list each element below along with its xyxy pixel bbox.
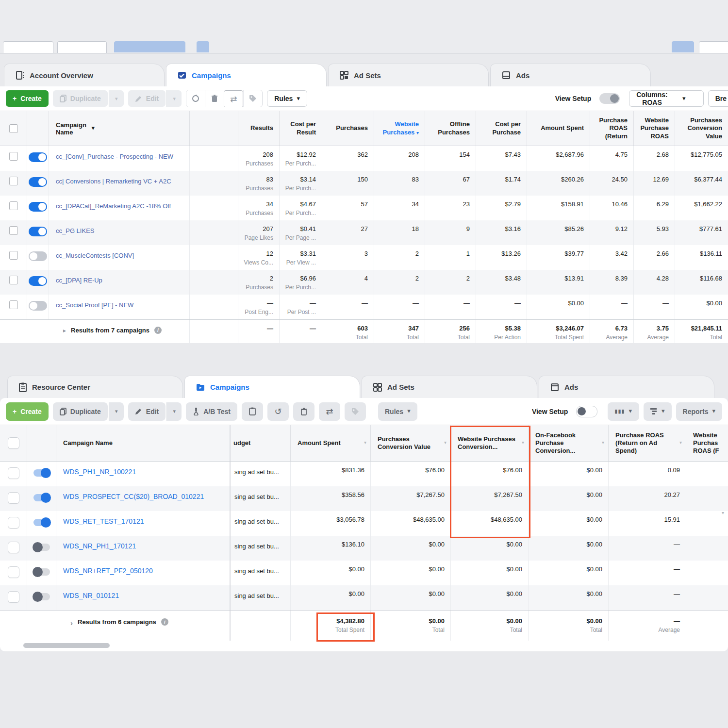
breakdown-button[interactable]: Bre xyxy=(708,90,728,107)
tab-account-overview[interactable]: Account Overview xyxy=(4,64,165,86)
col-purchase-roas[interactable]: Purchase ROAS (Return on Ad Spend)▾ xyxy=(608,425,686,461)
col-website-purchases[interactable]: Website Purchases ▾ xyxy=(374,111,425,146)
campaign-link[interactable]: WDS_NR_PH1_170121 xyxy=(63,542,136,550)
col-website-purchases-conversion[interactable]: Website Purchases Conversion...▾ xyxy=(450,425,528,461)
campaign-toggle[interactable] xyxy=(27,146,49,171)
swap-columns-icon[interactable]: ⇄ xyxy=(224,90,243,107)
cropped-button[interactable] xyxy=(672,41,694,52)
col-purchases[interactable]: Purchases xyxy=(322,111,374,146)
select-all-checkbox[interactable] xyxy=(0,111,27,146)
campaign-toggle[interactable] xyxy=(27,536,56,561)
campaign-link[interactable]: WDS_NR+RET_PF2_050120 xyxy=(63,567,153,575)
row-checkbox[interactable] xyxy=(0,536,27,561)
view-setup-toggle[interactable] xyxy=(576,406,597,417)
campaign-link[interactable]: WDS_PH1_NR_100221 xyxy=(63,468,136,476)
tab-ads[interactable]: Ads xyxy=(539,376,714,398)
campaign-link[interactable]: cc_MuscleContests [CONV] xyxy=(56,252,134,259)
row-checkbox[interactable] xyxy=(0,171,27,196)
row-checkbox[interactable] xyxy=(0,270,27,295)
col-budget[interactable]: udget xyxy=(231,425,290,461)
row-checkbox[interactable] xyxy=(0,511,27,536)
campaign-link[interactable]: cc_[DPA] RE-Up xyxy=(56,277,102,284)
duplicate-button[interactable]: Duplicate xyxy=(53,90,108,107)
tab-ad-sets[interactable]: Ad Sets xyxy=(362,376,537,398)
campaign-link[interactable]: WDS_NR_010121 xyxy=(63,592,119,599)
campaign-link[interactable]: cc_[Conv]_Purchase - Prospecting - NEW xyxy=(56,153,173,160)
row-checkbox[interactable] xyxy=(0,196,27,220)
tab-resource-center[interactable]: Resource Center xyxy=(7,376,183,398)
horizontal-scrollbar[interactable] xyxy=(0,641,728,651)
campaign-toggle[interactable] xyxy=(27,196,49,220)
row-checkbox[interactable] xyxy=(0,146,27,171)
scrollbar-thumb[interactable] xyxy=(23,643,110,648)
tab-ad-sets[interactable]: Ad Sets xyxy=(328,64,489,86)
campaign-toggle[interactable] xyxy=(27,220,49,245)
campaign-toggle[interactable] xyxy=(27,561,56,585)
tab-campaigns[interactable]: Campaigns xyxy=(184,376,360,398)
campaign-toggle[interactable] xyxy=(27,270,49,295)
create-button[interactable]: +Create xyxy=(6,402,49,421)
info-icon[interactable]: i xyxy=(161,618,168,626)
duplicate-caret-button[interactable]: ▾ xyxy=(109,90,124,107)
tag-icon[interactable] xyxy=(345,402,366,421)
col-website-purchase-roas[interactable]: Website Purchas ROAS (F xyxy=(686,425,727,461)
col-amount-spent[interactable]: Amount Spent xyxy=(527,111,590,146)
chevron-right-icon[interactable]: ▸ xyxy=(63,327,66,334)
campaign-toggle[interactable] xyxy=(27,295,49,319)
campaign-link[interactable]: cc_[DPACat]_ReMarketing A2C -18% Off xyxy=(56,202,171,210)
col-purchase-roas[interactable]: Purchase ROAS (Return xyxy=(590,111,633,146)
campaign-toggle[interactable] xyxy=(27,171,49,196)
edit-button[interactable]: Edit xyxy=(128,402,165,421)
campaign-link[interactable]: WDS_RET_TEST_170121 xyxy=(63,517,144,525)
row-checkbox[interactable] xyxy=(0,462,27,486)
breakdown-button[interactable]: ▾ xyxy=(644,402,672,421)
row-checkbox[interactable] xyxy=(0,295,27,319)
campaign-link[interactable]: cc_Social Proof [PE] - NEW xyxy=(56,301,133,309)
cropped-input[interactable] xyxy=(57,41,107,53)
info-icon[interactable]: i xyxy=(154,327,162,334)
col-offline-purchases[interactable]: Offline Purchases xyxy=(425,111,476,146)
reports-button[interactable]: Reports▾ xyxy=(676,402,722,421)
select-all-checkbox[interactable] xyxy=(0,425,27,461)
campaign-toggle[interactable] xyxy=(27,585,56,610)
undo-icon[interactable]: ↺ xyxy=(267,402,289,421)
edit-caret-button[interactable]: ▾ xyxy=(166,402,182,421)
duplicate-caret-button[interactable]: ▾ xyxy=(109,402,124,421)
chevron-right-icon[interactable]: › xyxy=(70,619,73,627)
col-cost-per-result[interactable]: Cost per Result xyxy=(279,111,322,146)
campaign-toggle[interactable] xyxy=(27,511,56,536)
columns-button[interactable]: Columns: ROAS▾ xyxy=(629,90,703,107)
ab-test-button[interactable]: A/B Test xyxy=(186,402,237,421)
trash-icon[interactable] xyxy=(205,90,224,107)
tab-ads[interactable]: Ads xyxy=(490,64,651,86)
campaign-toggle[interactable] xyxy=(27,462,56,486)
create-button[interactable]: +Create xyxy=(6,90,49,107)
row-checkbox[interactable] xyxy=(0,561,27,585)
rules-button[interactable]: Rules▾ xyxy=(378,402,417,421)
col-purchases-conversion-value[interactable]: Purchases Conversion Value▾ xyxy=(370,425,450,461)
col-cost-per-purchase[interactable]: Cost per Purchase xyxy=(476,111,527,146)
col-results[interactable]: Results xyxy=(238,111,279,146)
row-checkbox[interactable] xyxy=(0,486,27,511)
edit-button[interactable]: Edit xyxy=(128,90,165,107)
campaign-toggle[interactable] xyxy=(27,486,56,511)
swap-columns-icon[interactable]: ⇄ xyxy=(319,402,340,421)
campaign-link[interactable]: cc| Conversions | Remarketing VC + A2C xyxy=(56,178,171,185)
col-website-purchase-roas[interactable]: Website Purchase ROAS xyxy=(633,111,675,146)
cropped-button[interactable] xyxy=(197,41,209,52)
cropped-input[interactable] xyxy=(3,41,53,53)
edit-caret-button[interactable]: ▾ xyxy=(166,90,182,107)
view-setup-toggle[interactable] xyxy=(599,93,620,104)
campaign-link[interactable]: WDS_PROSPECT_CC($20)_BROAD_010221 xyxy=(63,493,204,500)
columns-button[interactable]: ▮▮▮▾ xyxy=(608,402,639,421)
rules-button[interactable]: Rules▾ xyxy=(267,90,307,107)
cropped-date-button[interactable] xyxy=(114,41,185,52)
col-amount-spent[interactable]: Amount Spent▾ xyxy=(290,425,370,461)
row-checkbox[interactable] xyxy=(0,585,27,610)
clipboard-icon[interactable] xyxy=(242,402,263,421)
cropped-input[interactable] xyxy=(699,41,728,53)
col-campaign-name[interactable]: Campaign Name▾ xyxy=(49,111,189,146)
col-on-facebook-purchase-conversion[interactable]: On-Facebook Purchase Conversion...▾ xyxy=(528,425,608,461)
tab-campaigns[interactable]: Campaigns xyxy=(166,64,327,86)
tag-icon[interactable] xyxy=(243,90,262,107)
